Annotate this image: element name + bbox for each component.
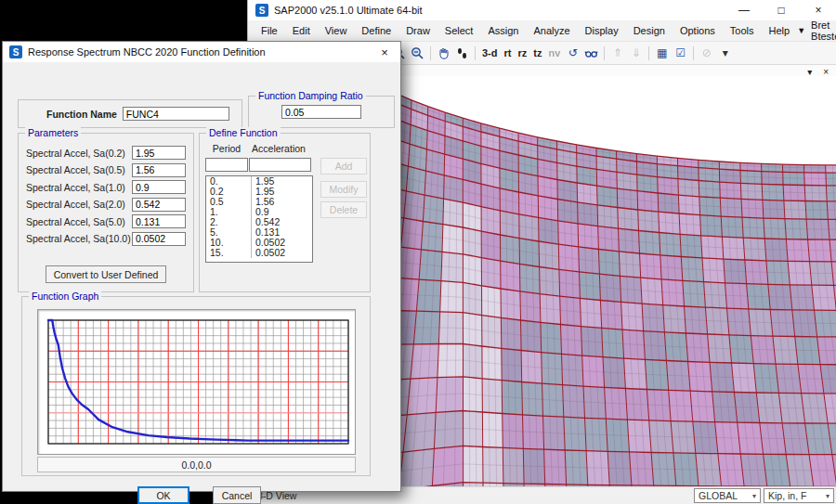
user-caret-icon: ▼: [797, 26, 805, 35]
chevron-down-icon: ▾: [752, 492, 756, 500]
function-graph-plot: [37, 309, 356, 455]
menu-view[interactable]: View: [318, 20, 355, 41]
move-up-in-list-tool-icon[interactable]: ⇑: [608, 45, 626, 62]
view-nv-tool-icon[interactable]: nv: [545, 45, 563, 62]
dialog-close-icon[interactable]: ×: [369, 45, 400, 59]
menu-define[interactable]: Define: [354, 20, 398, 41]
menu-help[interactable]: Help: [762, 20, 798, 41]
parameter-row: Spectral Accel, Sa(1.0): [26, 180, 186, 194]
sep3: [475, 46, 476, 60]
param-input[interactable]: [132, 232, 186, 246]
move-down-in-list-tool-icon[interactable]: ⇓: [627, 45, 645, 62]
parameter-row: Spectral Accel, Sa(0.5): [26, 163, 186, 177]
param-input[interactable]: [132, 163, 186, 177]
damping-label: Function Damping Ratio: [255, 90, 366, 101]
dialog-logo-icon: S: [9, 45, 22, 58]
menu-display[interactable]: Display: [578, 20, 626, 41]
user-menu[interactable]: ▼ Bret Btester: [797, 19, 836, 42]
param-label: Spectral Accel, Sa(10.0): [26, 233, 132, 244]
dialog-title: Response Spectrum NBCC 2020 Function Def…: [28, 46, 266, 58]
damping-group: Function Damping Ratio: [248, 96, 395, 128]
param-label: Spectral Accel, Sa(0.2): [26, 148, 132, 159]
walk-through-tool-icon[interactable]: [453, 45, 471, 62]
function-points-listbox[interactable]: 0.1.950.21.950.51.561.0.92.0.5425.0.1311…: [205, 175, 313, 263]
main-titlebar: S SAP2000 v25.1.0 Ultimate 64-bit — □ ×: [248, 0, 836, 20]
parameters-group: Parameters Spectral Accel, Sa(0.2)Spectr…: [18, 133, 194, 292]
function-point-row[interactable]: 15.0.0502: [206, 248, 312, 258]
window-shade-icon[interactable]: ▾: [807, 67, 812, 77]
menu-tools[interactable]: Tools: [723, 20, 762, 41]
parameter-row: Spectral Accel, Sa(2.0): [26, 198, 186, 212]
cursor-coordinates-readout: 0.0,0.0: [37, 457, 356, 472]
function-name-input[interactable]: [123, 107, 229, 121]
param-label: Spectral Accel, Sa(5.0): [26, 216, 132, 227]
view-rz-tool-icon[interactable]: rz: [515, 45, 529, 62]
param-input[interactable]: [132, 146, 186, 160]
cancel-button[interactable]: Cancel: [213, 486, 261, 504]
view-rt-tool-icon[interactable]: rt: [502, 45, 515, 62]
period-input[interactable]: [205, 158, 248, 172]
ok-button[interactable]: OK: [137, 486, 189, 504]
sep4: [604, 46, 605, 60]
function-graph-label: Function Graph: [29, 291, 101, 302]
sap2000-logo-icon: S: [255, 4, 268, 17]
acceleration-input[interactable]: [249, 158, 311, 172]
parameters-label: Parameters: [25, 127, 81, 138]
assign-to-group-tool-icon[interactable]: ▦: [653, 45, 671, 62]
window-title: SAP2000 v25.1.0 Ultimate 64-bit: [274, 5, 423, 16]
coordinate-system-select[interactable]: GLOBAL ▾: [694, 488, 761, 503]
units-select[interactable]: Kip, in, F ▾: [764, 488, 834, 503]
delete-point-button[interactable]: Delete: [320, 201, 367, 218]
param-input[interactable]: [132, 198, 186, 212]
parameter-row: Spectral Accel, Sa(10.0): [26, 232, 186, 246]
parameter-row: Spectral Accel, Sa(5.0): [26, 214, 186, 228]
param-input[interactable]: [132, 214, 186, 228]
parameter-row: Spectral Accel, Sa(0.2): [26, 146, 186, 160]
param-label: Spectral Accel, Sa(1.0): [26, 182, 132, 193]
dialog-titlebar[interactable]: S Response Spectrum NBCC 2020 Function D…: [3, 42, 400, 62]
menu-edit[interactable]: Edit: [285, 20, 318, 41]
perspective-toggle-tool-icon[interactable]: [582, 45, 600, 62]
param-label: Spectral Accel, Sa(2.0): [26, 199, 132, 210]
modify-point-button[interactable]: Modify: [320, 181, 367, 198]
param-input[interactable]: [132, 180, 186, 194]
chevron-down-icon: ▾: [826, 492, 829, 500]
user-name-label: Bret Btester: [811, 19, 836, 42]
toolbar-overflow-caret-icon[interactable]: ▾: [716, 45, 734, 62]
period-value: 15.: [206, 248, 252, 258]
period-column-header: Period: [205, 143, 248, 154]
menu-select[interactable]: Select: [438, 20, 481, 41]
child-close-icon[interactable]: ×: [823, 67, 829, 77]
select-all-tool-icon[interactable]: ☑: [672, 45, 689, 62]
menu-analyze[interactable]: Analyze: [526, 20, 577, 41]
menu-options[interactable]: Options: [673, 20, 723, 41]
sep5: [648, 46, 649, 60]
close-button[interactable]: ×: [800, 0, 836, 20]
menu-file[interactable]: File: [254, 20, 285, 41]
function-name-label: Function Name: [46, 109, 117, 120]
function-name-group: Function Name: [18, 99, 242, 128]
param-label: Spectral Accel, Sa(0.5): [26, 164, 132, 175]
function-graph-group: Function Graph 0.0,0.0: [21, 296, 371, 476]
rotate-view-tool-icon[interactable]: ↺: [564, 45, 581, 62]
menu-bar: FileEditViewDefineDrawSelectAssignAnalyz…: [248, 20, 836, 42]
sep2: [430, 46, 431, 60]
set-display-options-tool-icon[interactable]: ⊘: [698, 45, 715, 62]
define-function-label: Define Function: [206, 127, 281, 138]
pan-tool-icon[interactable]: [435, 45, 452, 62]
view-tz-tool-icon[interactable]: tz: [530, 45, 544, 62]
zoom-out-tool-icon[interactable]: [409, 45, 426, 62]
menu-design[interactable]: Design: [626, 20, 673, 41]
view-3d-tool-icon[interactable]: 3-d: [479, 45, 501, 62]
convert-to-user-defined-button[interactable]: Convert to User Defined: [46, 265, 166, 283]
add-point-button[interactable]: Add: [320, 158, 367, 174]
maximize-button[interactable]: □: [763, 0, 800, 20]
menu-assign[interactable]: Assign: [480, 20, 526, 41]
menu-draw[interactable]: Draw: [398, 20, 438, 41]
coordinate-system-value: GLOBAL: [699, 490, 738, 501]
define-function-group: Define Function Period Acceleration 0.1.…: [199, 133, 371, 292]
sep6: [693, 46, 694, 60]
damping-ratio-input[interactable]: [281, 105, 361, 119]
minimize-button[interactable]: —: [725, 0, 763, 20]
response-spectrum-dialog: S Response Spectrum NBCC 2020 Function D…: [2, 41, 401, 492]
